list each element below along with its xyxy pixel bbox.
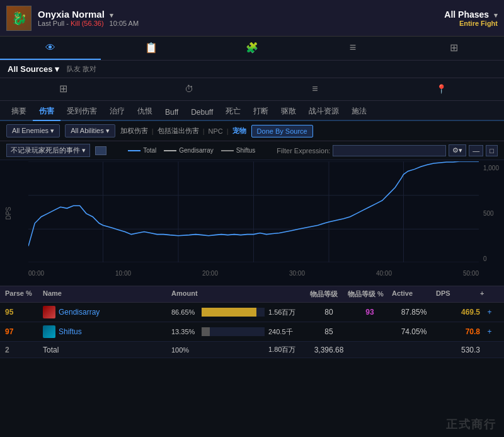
gendis-active: 87.85% (392, 308, 436, 317)
shift-amount: 240.5千 (268, 327, 293, 337)
gendis-avatar (43, 306, 55, 318)
encounter-title[interactable]: Onyxia Normal ▾ (38, 9, 444, 20)
sub-nav-list[interactable]: ≡ (252, 78, 378, 100)
include-overheal-tag[interactable]: 包括溢出伤害 (158, 126, 199, 136)
tab-resources[interactable]: 战斗资源 (302, 106, 345, 121)
total-legend-label: Total (143, 147, 156, 154)
tab-buff[interactable]: Buff (159, 108, 185, 121)
gendis-amount: 1.56百万 (268, 308, 295, 317)
sub-list-icon: ≡ (312, 83, 318, 95)
icon-nav-scroll[interactable]: 📋 (101, 37, 202, 60)
filter-expr-label: Filter Expression: (277, 147, 330, 154)
gendis-dps: 469.5 (436, 308, 480, 317)
tab-deaths[interactable]: 死亡 (219, 106, 247, 121)
color-box[interactable] (95, 146, 106, 155)
shift-name-link[interactable]: Shiftus (59, 327, 82, 336)
shift-item-lvl: 85 (310, 327, 348, 336)
gendis-item-lvl: 80 (310, 308, 348, 317)
gendis-pct: 86.65% (171, 308, 198, 316)
amount-cell-shift: 13.35% 240.5千 (171, 327, 310, 337)
shift-pct: 13.35% (171, 328, 198, 335)
all-sources-dropdown[interactable]: All Sources ▾ (8, 64, 59, 74)
gendis-name-link[interactable]: Gendisarray (59, 308, 100, 317)
header-amount: Amount (171, 289, 310, 299)
done-by-source-button[interactable]: Done By Source (251, 125, 313, 137)
dps-chart (28, 161, 479, 262)
header-item-pct: 物品等级 % (348, 289, 392, 299)
shift-plus-btn[interactable]: + (480, 327, 499, 336)
data-table: Parse % Name Amount 物品等级 物品等级 % Active D… (0, 286, 504, 358)
table-row: 97 Shiftus 13.35% 240.5千 85 74.05% 70.8 … (0, 322, 504, 342)
encounter-dropdown-arrow[interactable]: ▾ (110, 11, 113, 19)
source-arrow[interactable]: ▾ (55, 64, 59, 74)
encounter-name: Onyxia Normal (38, 9, 105, 20)
filter-settings-btn[interactable]: ⚙▾ (449, 144, 466, 156)
icon-nav-lines[interactable]: ≡ (302, 37, 403, 60)
graph-toolbar: 不记录玩家死后的事件 ▾ Total Gendisarray Shiftus F… (0, 141, 504, 160)
gendis-plus-btn[interactable]: + (480, 308, 499, 317)
legend-gendis: Gendisarray (164, 147, 213, 154)
tab-summary[interactable]: 摘要 (5, 106, 33, 121)
header: Onyxia Normal ▾ Last Pull - Kill (56.36)… (0, 0, 504, 37)
phase-label: All Phases (444, 9, 489, 20)
icon-nav-grid[interactable]: ⊞ (403, 37, 504, 60)
y-axis-dps-label: DPS (5, 165, 27, 262)
sub-nav-location[interactable]: 📍 (378, 78, 504, 100)
header-plus: + (480, 289, 499, 299)
phase-dropdown[interactable]: All Phases ▾ (444, 9, 498, 20)
phase-section: All Phases ▾ Entire Fight (444, 9, 498, 27)
tab-casts[interactable]: 施法 (345, 106, 373, 121)
amount-cell-total: 100% 1.80百万 (171, 345, 310, 354)
icon-nav-puzzle[interactable]: 🧩 (202, 37, 302, 60)
icon-nav: 👁 📋 🧩 ≡ ⊞ (0, 37, 504, 61)
filter-expr-input[interactable] (333, 145, 446, 156)
sub-icon-nav: ⊞ ⏱ ≡ 📍 (0, 78, 504, 101)
event-select-dropdown[interactable]: 不记录玩家死后的事件 ▾ (6, 144, 90, 157)
gendis-legend-label: Gendisarray (179, 147, 213, 154)
tab-healing[interactable]: 治疗 (103, 106, 131, 121)
tab-damage[interactable]: 伤害 (33, 106, 60, 121)
name-cell-total: Total (43, 346, 171, 354)
shift-bar-track (202, 327, 265, 336)
filter-minimize-btn[interactable]: — (469, 145, 483, 156)
x-axis-labels: 00:00 10:00 20:00 30:00 40:00 50:00 (28, 270, 479, 277)
sub-nav-grid[interactable]: ⊞ (0, 78, 126, 100)
shift-dps: 70.8 (436, 327, 480, 336)
shift-active: 74.05% (392, 327, 436, 336)
weighted-damage-tag[interactable]: 加权伤害 (120, 126, 148, 136)
filter-row: All Enemies ▾ All Abilities ▾ 加权伤害 | 包括溢… (0, 121, 504, 141)
shift-bar-fill (202, 327, 210, 336)
icon-nav-eye[interactable]: 👁 (0, 37, 101, 60)
shift-legend-label: Shiftus (236, 147, 256, 154)
abilities-dropdown[interactable]: All Abilities ▾ (65, 124, 115, 137)
chart-container: DPS 1,000 500 0 00:00 10:00 20:00 (0, 161, 504, 278)
total-name: Total (43, 346, 59, 354)
gendis-legend-line (164, 150, 176, 151)
pet-tag[interactable]: 宠物 (232, 126, 246, 136)
puzzle-icon: 🧩 (246, 42, 258, 54)
sub-location-icon: 📍 (436, 84, 447, 94)
enemies-dropdown[interactable]: All Enemies ▾ (6, 124, 60, 137)
y-axis-labels: 1,000 500 0 (483, 165, 499, 262)
phase-arrow[interactable]: ▾ (494, 11, 498, 19)
tab-threat[interactable]: 仇恨 (131, 106, 159, 121)
name-cell-gendis: Gendisarray (43, 306, 171, 318)
tab-interrupts[interactable]: 打断 (247, 106, 275, 121)
tab-damage-taken[interactable]: 受到伤害 (60, 106, 103, 121)
total-pct: 100% (171, 346, 198, 354)
header-parse: Parse % (5, 289, 43, 299)
graph-area: 不记录玩家死后的事件 ▾ Total Gendisarray Shiftus F… (0, 141, 504, 286)
filter-expand-btn[interactable]: □ (486, 145, 498, 156)
source-tags: 队友 敌对 (67, 64, 96, 74)
npc-tag[interactable]: NPC (209, 127, 223, 135)
tab-nav: 摘要 伤害 受到伤害 治疗 仇恨 Buff Debuff 死亡 打断 驱散 战斗… (0, 101, 504, 121)
sub-nav-clock[interactable]: ⏱ (126, 78, 252, 100)
table-row: 95 Gendisarray 86.65% 1.56百万 80 93 87.85… (0, 303, 504, 322)
pull-time: 10:05 AM (110, 20, 139, 27)
name-cell-shift: Shiftus (43, 325, 171, 338)
tab-debuff[interactable]: Debuff (185, 108, 219, 121)
legend-total: Total (128, 147, 156, 154)
header-dps: DPS (436, 289, 480, 299)
sub-clock-icon: ⏱ (185, 84, 193, 94)
tab-dispels[interactable]: 驱散 (275, 106, 302, 121)
